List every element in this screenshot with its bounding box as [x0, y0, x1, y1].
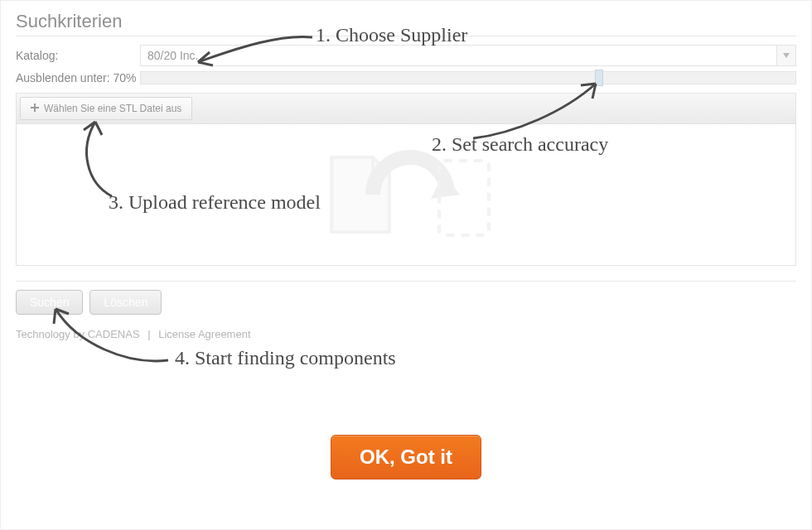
divider [16, 36, 796, 36]
catalog-label: Katalog: [16, 49, 140, 62]
divider [16, 281, 796, 282]
dropzone[interactable] [17, 124, 795, 265]
tech-credit: Technology by CADENAS [16, 328, 140, 340]
catalog-selected-value: 80/20 Inc. [141, 49, 776, 62]
chevron-down-icon [776, 46, 795, 65]
row-threshold: Ausblenden unter: 70% [16, 71, 796, 84]
threshold-value: 70% [114, 71, 137, 84]
row-catalog: Katalog: 80/20 Inc. [16, 45, 796, 66]
page: Suchkriterien Katalog: 80/20 Inc. Ausble… [0, 0, 812, 530]
page-title: Suchkriterien [16, 11, 796, 32]
upload-toolbar: Wählen Sie eine STL Datei aus [17, 94, 795, 124]
action-row: Suchen Löschen [16, 290, 796, 315]
plus-icon [31, 103, 39, 114]
search-button[interactable]: Suchen [16, 290, 83, 315]
choose-file-button[interactable]: Wählen Sie eine STL Datei aus [20, 97, 192, 120]
license-link[interactable]: License Agreement [158, 328, 250, 340]
annotation-4: 4. Start finding components [175, 347, 396, 369]
clear-button[interactable]: Löschen [89, 290, 162, 315]
ok-got-it-button[interactable]: OK, Got it [331, 435, 481, 479]
threshold-label: Ausblenden unter: 70% [16, 71, 140, 84]
accuracy-slider[interactable] [140, 71, 796, 84]
slider-handle[interactable] [595, 70, 603, 86]
choose-file-label: Wählen Sie eine STL Datei aus [44, 103, 181, 114]
footer: Technology by CADENAS | License Agreemen… [16, 328, 796, 340]
cta: OK, Got it [331, 435, 481, 479]
upload-panel: Wählen Sie eine STL Datei aus [16, 93, 796, 266]
catalog-select[interactable]: 80/20 Inc. [140, 45, 796, 66]
file-refresh-icon [315, 149, 497, 240]
